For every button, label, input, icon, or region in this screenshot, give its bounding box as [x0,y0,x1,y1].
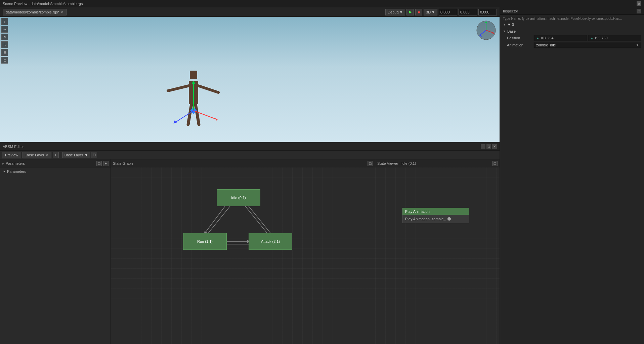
absm-tab-base-layer[interactable]: Base Layer ✕ [23,152,51,158]
state-viewer-panel: State Viewer - Idle (0:1) □ Play Animati… [375,159,500,344]
mode-arrow-icon: ▼ [431,10,435,14]
state-viewer-canvas[interactable]: Play Animation Play Animation: zombie_ [375,167,500,344]
absm-layer-name-display: Base Layer ▼ [62,152,91,158]
scene-tab[interactable]: data/models/zombie/zombie.rgs* ✕ [3,9,67,15]
inspector-section-v0-header: ▼ ▼ 0 [503,22,641,27]
debug-label: Debug [388,10,398,14]
params-add-btn[interactable]: + [103,161,109,166]
scene-viewport[interactable]: ↕ ↔ ↻ ⊕ ⊞ ⊡ [0,17,500,142]
absm-editor: ABSM Editor _ □ ✕ Preview Base Layer ✕ + [0,142,500,344]
inspector-type-name: Type Name: fyrox animation::machine::nod… [503,17,641,21]
inspector-title-bar: Inspector □ [500,7,644,15]
play-animation-node[interactable]: Play Animation Play Animation: zombie_ [402,208,469,223]
absm-content: ▶ Parameters □ + ▼ Parameters [0,159,500,344]
absm-tab-base-layer-close-icon[interactable]: ✕ [46,153,48,157]
absm-maximize-btn[interactable]: □ [486,144,491,149]
state-graph-panel: State Graph □ [111,159,375,344]
inspector-v0-label: ▼ 0 [507,23,514,27]
position-value-pair: ▲ 107.254 ▲ 155.750 [534,35,641,41]
params-panel-header: ▶ Parameters □ + [0,159,111,167]
mode-3d-btn[interactable]: 3D ▼ [424,9,437,15]
animation-dropdown[interactable]: zombie_idle ▼ [534,42,641,48]
stop-btn[interactable]: ■ [415,9,422,15]
inspector-base-arrow-icon: ▼ [503,30,506,33]
left-panel: data/models/zombie/zombie.rgs* ✕ Debug ▼… [0,7,500,344]
inspector-maximize-btn[interactable]: □ [637,9,641,13]
absm-layer-name-label: Base Layer [65,153,83,157]
absm-title-bar: ABSM Editor _ □ ✕ [0,143,500,151]
scene-tab-close-icon[interactable]: ✕ [61,10,63,14]
state-viewer-expand-btn[interactable]: □ [492,161,498,166]
absm-minimize-btn[interactable]: _ [481,144,485,149]
position-label: Position [507,36,534,40]
position-y-value: 155.750 [594,36,608,40]
params-section-arrow: ▼ [3,170,6,173]
scene-toolbar: data/models/zombie/zombie.rgs* ✕ Debug ▼… [0,7,500,17]
svg-line-2 [168,86,189,91]
scene-tab-label: data/models/zombie/zombie.rgs* [6,10,59,14]
viewport-tools: ↕ ↔ ↻ ⊕ ⊞ ⊡ [1,18,8,64]
inspector-section-base: ▼ Base Position ▲ 107.254 ▲ [503,29,641,48]
absm-layer-selector: Base Layer ▼ ⊟ [62,152,97,158]
params-panel-expand-btn[interactable]: □ [96,161,102,166]
state-viewer-title: State Viewer - Idle (0:1) [377,161,416,165]
inspector-base-label: Base [507,29,516,33]
position-x-spin-icon: ▲ [536,36,540,40]
absm-tabs-bar: Preview Base Layer ✕ + Base Layer ▼ ⊟ [0,151,500,159]
params-section: ▼ Parameters [3,169,108,174]
params-section-label: Parameters [7,169,26,174]
animation-row: Animation zombie_idle ▼ [503,42,641,48]
absm-close-btn[interactable]: ✕ [492,144,497,149]
inspector-base-header: ▼ Base [503,29,641,34]
play-icon: ▶ [409,10,412,14]
scene-preview-area: data/models/zombie/zombie.rgs* ✕ Debug ▼… [0,7,500,142]
window-title: Scene Preview - data/models/zombie/zombi… [3,2,83,6]
val3-input[interactable] [478,9,497,15]
svg-line-20 [205,206,225,233]
absm-tab-preview[interactable]: Preview [2,152,21,158]
state-node-run[interactable]: Run (1:1) [183,233,227,250]
val1-input[interactable] [439,9,457,15]
animation-value: zombie_idle [536,43,556,47]
svg-line-23 [245,206,267,233]
absm-layer-filter-btn[interactable]: ⊟ [91,152,97,158]
select-tool-btn[interactable]: ↕ [1,18,8,25]
absm-tab-preview-label: Preview [5,153,18,157]
state-graph-expand-btn[interactable]: □ [368,161,373,166]
move-tool-btn[interactable]: ↔ [1,26,8,33]
state-graph-header: State Graph □ [111,159,375,167]
inspector-title: Inspector [503,9,518,13]
absm-layer-dropdown-icon: ▼ [84,153,88,157]
toolbar-group: Debug ▼ ▶ ■ 3D ▼ [385,9,497,15]
state-graph-canvas[interactable]: Idle (0:1) Run (1:1) Attack (2:1) [111,167,375,344]
orientation-gizmo [476,20,496,40]
play-anim-header: Play Animation [402,208,469,215]
stop-icon: ■ [418,10,420,14]
play-anim-body: Play Animation: zombie_ [402,215,469,223]
state-node-idle[interactable]: Idle (0:1) [217,189,260,206]
play-btn[interactable]: ▶ [406,9,414,15]
state-node-attack[interactable]: Attack (2:1) [249,233,292,250]
val2-input[interactable] [459,9,477,15]
zombie-svg [165,61,225,135]
position-y-spin-icon: ▲ [590,36,594,40]
position-y-field[interactable]: ▲ 155.750 [588,35,641,41]
position-x-value: 107.254 [540,36,554,40]
rotate-tool-btn[interactable]: ↻ [1,34,8,40]
debug-dropdown-btn[interactable]: Debug ▼ [385,9,405,15]
window-close-btn[interactable]: ✕ [637,1,641,6]
absm-layer-add-btn[interactable]: + [53,152,59,158]
svg-line-5 [196,104,199,124]
position-x-field[interactable]: ▲ 107.254 [534,35,587,41]
select-box-tool-btn[interactable]: ⊡ [1,57,8,64]
svg-line-22 [208,206,230,233]
transform-tool-btn[interactable]: ⊞ [1,49,8,56]
play-anim-header-label: Play Animation [405,209,430,214]
animation-label: Animation [507,43,534,47]
state-node-idle-label: Idle (0:1) [231,196,246,200]
absm-title: ABSM Editor [3,145,24,149]
scale-tool-btn[interactable]: ⊕ [1,41,8,48]
params-panel: ▶ Parameters □ + ▼ Parameters [0,159,111,344]
params-content: ▼ Parameters [0,167,111,344]
svg-line-21 [249,206,270,233]
